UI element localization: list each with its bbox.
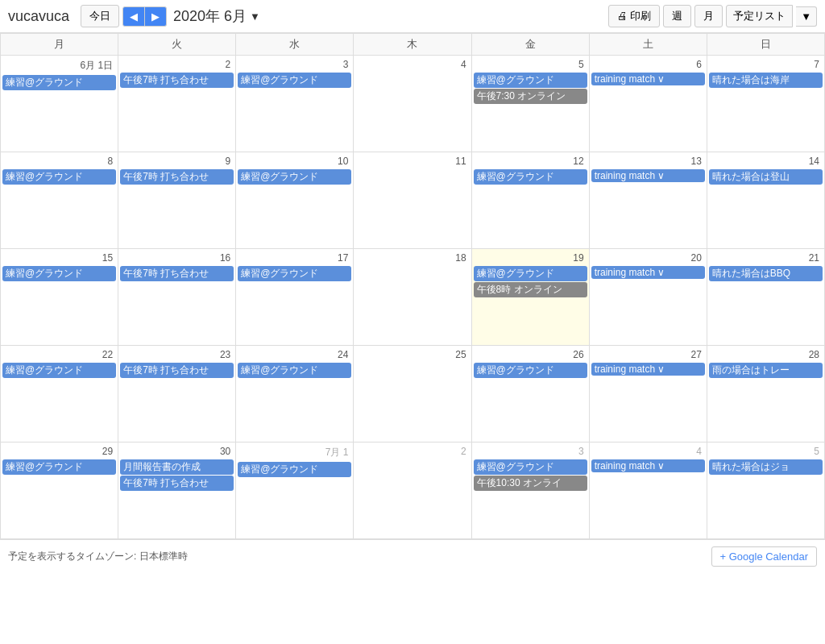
calendar-day-cell[interactable]: 3練習@グラウンド午後10:30 オンライ — [471, 442, 589, 539]
calendar-day-cell[interactable]: 21晴れた場合はBBQ — [707, 249, 824, 346]
calendar-day-cell[interactable]: 18 — [354, 249, 471, 346]
calendar-event[interactable]: 練習@グラウンド — [2, 75, 116, 90]
calendar-event[interactable]: 晴れた場合は登山 — [709, 169, 823, 185]
calendar-event[interactable]: 練習@グラウンド — [474, 169, 587, 185]
calendar-day-cell[interactable]: 22練習@グラウンド — [1, 346, 118, 442]
calendar-week-row: 6月 1日練習@グラウンド2午後7時 打ち合わせ3練習@グラウンド45練習@グラ… — [1, 56, 825, 152]
calendar-day-cell[interactable]: 25 — [354, 346, 471, 442]
day-number: 3 — [474, 444, 587, 459]
calendar-day-cell[interactable]: 17練習@グラウンド — [236, 249, 354, 346]
calendar-day-cell[interactable]: 28雨の場合はトレー — [707, 346, 824, 442]
calendar-event[interactable]: 晴れた場合はジョ — [709, 459, 823, 475]
calendar-day-cell[interactable]: 5練習@グラウンド午後7:30 オンライン — [471, 56, 589, 152]
calendar-day-cell[interactable]: 8練習@グラウンド — [1, 152, 118, 249]
calendar-day-cell[interactable]: 14晴れた場合は登山 — [707, 152, 824, 249]
day-number: 12 — [474, 154, 587, 168]
calendar-day-cell[interactable]: 2午後7時 打ち合わせ — [118, 56, 236, 152]
week-view-button[interactable]: 週 — [663, 5, 691, 27]
calendar-day-cell[interactable]: 7晴れた場合は海岸 — [707, 56, 824, 152]
calendar-day-cell[interactable]: 24練習@グラウンド — [236, 346, 354, 442]
calendar-day-cell[interactable]: 16午後7時 打ち合わせ — [118, 249, 236, 346]
calendar-event[interactable]: 午後10:30 オンライ — [474, 476, 587, 491]
calendar-event[interactable]: 練習@グラウンド — [238, 266, 351, 281]
day-number: 2 — [355, 444, 469, 459]
print-button[interactable]: 🖨 印刷 — [608, 5, 661, 27]
calendar-day-cell[interactable]: 3練習@グラウンド — [236, 56, 354, 152]
day-number: 8 — [2, 154, 116, 168]
calendar-day-cell[interactable]: 15練習@グラウンド — [1, 249, 118, 346]
calendar-event[interactable]: training match ∨ — [591, 266, 705, 279]
calendar-event[interactable]: 練習@グラウンド — [2, 363, 116, 378]
day-number: 13 — [591, 154, 705, 168]
schedule-dropdown-button[interactable]: ▼ — [796, 6, 817, 27]
calendar-day-cell[interactable]: 29練習@グラウンド — [1, 442, 118, 539]
prev-button[interactable]: ◀ — [122, 6, 145, 27]
calendar-event[interactable]: 雨の場合はトレー — [709, 363, 823, 378]
calendar-week-row: 29練習@グラウンド30月間報告書の作成午後7時 打ち合わせ7月 1練習@グラウ… — [1, 442, 825, 539]
month-view-button[interactable]: 月 — [694, 5, 723, 27]
view-controls: 🖨 印刷 週 月 予定リスト ▼ — [608, 5, 818, 27]
calendar-event[interactable]: 晴れた場合は海岸 — [709, 73, 823, 88]
calendar-event[interactable]: 練習@グラウンド — [474, 363, 587, 378]
calendar-event[interactable]: training match ∨ — [591, 459, 705, 472]
app-title: vucavuca — [8, 8, 69, 25]
calendar-event[interactable]: 午後7時 打ち合わせ — [120, 363, 234, 378]
calendar-event[interactable]: 練習@グラウンド — [238, 169, 351, 185]
day-number: 19 — [474, 251, 587, 265]
schedule-view-button[interactable]: 予定リスト — [726, 5, 793, 27]
calendar-day-cell[interactable]: 20training match ∨ — [589, 249, 707, 346]
calendar-event[interactable]: 練習@グラウンド — [2, 459, 116, 475]
day-number: 6月 1日 — [2, 57, 116, 74]
calendar-event[interactable]: 月間報告書の作成 — [120, 459, 234, 475]
calendar-event[interactable]: 練習@グラウンド — [238, 462, 351, 477]
calendar-day-cell[interactable]: 30月間報告書の作成午後7時 打ち合わせ — [118, 442, 236, 539]
calendar-event[interactable]: 練習@グラウンド — [2, 169, 116, 185]
calendar-event[interactable]: 午後7時 打ち合わせ — [120, 73, 234, 88]
day-number: 22 — [2, 347, 116, 362]
calendar-event[interactable]: training match ∨ — [591, 169, 705, 182]
day-number: 7月 1 — [238, 444, 351, 461]
calendar-day-cell[interactable]: 5晴れた場合はジョ — [707, 442, 824, 539]
calendar-body: 6月 1日練習@グラウンド2午後7時 打ち合わせ3練習@グラウンド45練習@グラ… — [1, 56, 825, 539]
calendar-day-cell[interactable]: 10練習@グラウンド — [236, 152, 354, 249]
calendar-event[interactable]: 練習@グラウンド — [238, 73, 351, 88]
calendar-event[interactable]: training match ∨ — [591, 363, 705, 376]
calendar-event[interactable]: 午後7:30 オンライン — [474, 89, 587, 104]
calendar-event[interactable]: 午後7時 打ち合わせ — [120, 169, 234, 185]
calendar-day-cell[interactable]: 6training match ∨ — [589, 56, 707, 152]
calendar-event[interactable]: 午後8時 オンライン — [474, 282, 587, 297]
day-number: 14 — [709, 154, 823, 168]
day-number: 23 — [120, 347, 234, 362]
calendar-day-cell[interactable]: 9午後7時 打ち合わせ — [118, 152, 236, 249]
calendar-day-cell[interactable]: 23午後7時 打ち合わせ — [118, 346, 236, 442]
month-label: 2020年 6月 — [173, 6, 247, 26]
calendar-event[interactable]: training match ∨ — [591, 73, 705, 85]
next-button[interactable]: ▶ — [145, 6, 167, 27]
calendar-day-cell[interactable]: 26練習@グラウンド — [471, 346, 589, 442]
google-calendar-button[interactable]: + Google Calendar — [711, 546, 818, 567]
today-button[interactable]: 今日 — [81, 5, 119, 27]
calendar-event[interactable]: 晴れた場合はBBQ — [709, 266, 823, 281]
calendar-event[interactable]: 練習@グラウンド — [238, 363, 351, 378]
month-dropdown-arrow[interactable]: ▼ — [250, 10, 260, 23]
calendar-event[interactable]: 練習@グラウンド — [2, 266, 116, 281]
calendar-event[interactable]: 練習@グラウンド — [474, 266, 587, 281]
calendar-day-cell[interactable]: 6月 1日練習@グラウンド — [1, 56, 118, 152]
calendar-day-cell[interactable]: 11 — [354, 152, 471, 249]
calendar-day-cell[interactable]: 13training match ∨ — [589, 152, 707, 249]
calendar-day-cell[interactable]: 12練習@グラウンド — [471, 152, 589, 249]
day-number: 24 — [238, 347, 351, 362]
calendar-event[interactable]: 練習@グラウンド — [474, 73, 587, 88]
day-number: 27 — [591, 347, 705, 362]
calendar-day-cell[interactable]: 7月 1練習@グラウンド — [236, 442, 354, 539]
day-number: 21 — [709, 251, 823, 265]
calendar-day-cell[interactable]: 27training match ∨ — [589, 346, 707, 442]
calendar-day-cell[interactable]: 4training match ∨ — [589, 442, 707, 539]
calendar-day-cell[interactable]: 4 — [354, 56, 471, 152]
calendar-day-cell[interactable]: 2 — [354, 442, 471, 539]
day-number: 29 — [2, 444, 116, 459]
calendar-day-cell[interactable]: 19練習@グラウンド午後8時 オンライン — [471, 249, 589, 346]
calendar-event[interactable]: 練習@グラウンド — [474, 459, 587, 475]
calendar-event[interactable]: 午後7時 打ち合わせ — [120, 476, 234, 491]
calendar-event[interactable]: 午後7時 打ち合わせ — [120, 266, 234, 281]
